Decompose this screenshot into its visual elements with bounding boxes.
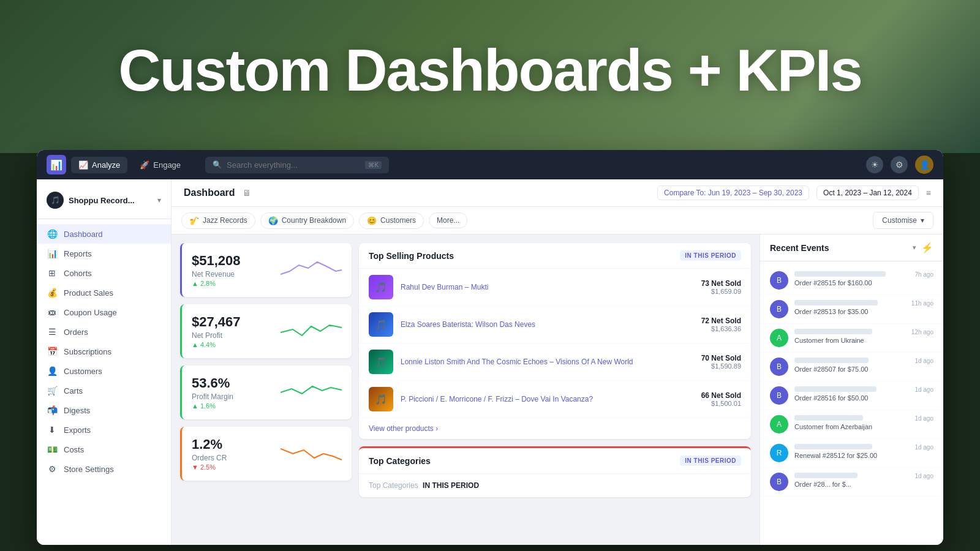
tab-country-breakdown[interactable]: 🌍 Country Breakdown [260,212,354,229]
search-bar[interactable]: 🔍 ⌘K [205,157,389,173]
product-thumb-2: 🎵 [369,312,393,337]
event-avatar: B [770,300,788,318]
kpi-card-revenue: $51,208 Net Revenue ▲ 2.8% [180,243,352,297]
sidebar-label-orders: Orders [64,328,88,337]
tab-bar: 🎷 Jazz Records 🌍 Country Breakdown 😊 Cus… [172,207,943,234]
event-item: B Order #28... for $... 1d ago [760,468,943,497]
product-stats-4: 66 Net Sold $1,500.01 [701,391,741,407]
event-content: Order #28... for $... [794,473,908,488]
product-thumb-3: 🎵 [369,350,393,374]
dashboard-header: Dashboard 🖥 Compare To: Jun 19, 2023 – S… [172,179,943,207]
product-stats-2: 72 Net Sold $1,636.36 [701,317,741,332]
product-row[interactable]: 🎵 Elza Soares Baterista: Wilson Das Neve… [359,306,751,343]
categories-panel-header: Top Categories IN THIS PERIOD [359,448,751,474]
sidebar-label-reports: Reports [64,249,92,258]
kpi-orders-cr-change: ▼ 2.5% [192,463,227,471]
nav-tab-engage[interactable]: 🚀 Engage [132,157,188,173]
event-desc: Order #28513 for $35.00 [794,308,905,315]
date-range[interactable]: Oct 1, 2023 – Jan 12, 2024 [816,186,919,200]
sidebar: 🎵 Shoppu Record... ▾ 🌐 Dashboard 📊 Repor… [37,179,172,545]
sidebar-item-costs[interactable]: 💵 Costs [37,440,171,459]
tab-jazz-records[interactable]: 🎷 Jazz Records [181,212,255,229]
event-avatar: B [770,271,788,290]
event-item: B Order #28507 for $75.00 1d ago [760,353,943,381]
compare-badge: Compare To: Jun 19, 2023 – Sep 30, 2023 [657,186,809,200]
dashboard-title: Dashboard [184,187,235,198]
sidebar-item-store-settings[interactable]: ⚙ Store Settings [37,459,171,479]
sidebar-item-cohorts[interactable]: ⊞ Cohorts [37,263,171,283]
product-name-2: Elza Soares Baterista: Wilson Das Neves [401,320,694,330]
product-row[interactable]: 🎵 Lonnie Liston Smith And The Cosmic Ech… [359,343,751,381]
product-name-4: P. Piccioni / E. Morricone / F. Frizzi –… [401,394,694,405]
sidebar-item-carts[interactable]: 🛒 Carts [37,381,171,400]
main-content: Dashboard 🖥 Compare To: Jun 19, 2023 – S… [172,179,943,545]
sidebar-item-customers[interactable]: 👤 Customers [37,361,171,381]
categories-content: Top Categories IN THIS PERIOD [359,474,751,497]
search-kbd: ⌘K [365,161,382,169]
product-sold-3: 70 Net Sold [701,354,741,362]
orders-icon: ☰ [47,327,58,337]
categories-panel: Top Categories IN THIS PERIOD Top Catego… [359,446,751,497]
event-name-blur [794,415,863,421]
product-sold-4: 66 Net Sold [701,391,741,400]
product-sold-1: 73 Net Sold [701,279,741,288]
product-row[interactable]: 🎵 P. Piccioni / E. Morricone / F. Frizzi… [359,381,751,418]
sidebar-item-product-sales[interactable]: 💰 Product Sales [37,283,171,302]
workspace-header[interactable]: 🎵 Shoppu Record... ▾ [37,187,171,219]
nav-tab-analyze[interactable]: 📈 Analyze [71,157,127,173]
event-name-blur [794,473,858,478]
top-nav: 📊 📈 Analyze 🚀 Engage 🔍 ⌘K ☀ ⚙ 👤 [37,150,943,179]
categories-period-text: IN THIS PERIOD [423,481,479,490]
product-revenue-1: $1,659.09 [701,288,741,295]
event-desc: Renewal #28512 for $25.00 [794,452,908,459]
customise-label: Customise [882,216,917,225]
tab-jazz-label: Jazz Records [203,216,247,225]
kpi-revenue-chart [281,253,342,280]
sidebar-label-store-settings: Store Settings [64,465,114,474]
kpi-revenue-label: Net Revenue [192,270,241,279]
events-header: Recent Events ▾ ⚡ [760,234,943,261]
product-name-3: Lonnie Liston Smith And The Cosmic Echoe… [401,357,694,367]
event-item: R Renewal #28512 for $25.00 1d ago [760,439,943,468]
event-desc: Customer from Ukraine [794,337,905,344]
sidebar-label-cohorts: Cohorts [64,269,92,278]
tab-customers[interactable]: 😊 Customers [359,212,424,229]
kpi-orders-cr-value: 1.2% [192,437,227,452]
event-content: Order #28513 for $35.00 [794,300,905,315]
view-more-products[interactable]: View other products › [359,418,751,439]
event-time: 7h ago [914,271,933,278]
sidebar-item-exports[interactable]: ⬇ Exports [37,420,171,440]
events-panel: Recent Events ▾ ⚡ B Order #28515 for $16… [760,234,943,545]
more-button[interactable]: More... [429,212,467,228]
sidebar-item-coupon-usage[interactable]: 🎟 Coupon Usage [37,302,171,322]
sidebar-label-product-sales: Product Sales [64,288,113,298]
sun-icon[interactable]: ☀ [866,156,883,173]
categories-period-badge: IN THIS PERIOD [680,455,741,466]
event-time: 12h ago [911,329,933,335]
user-avatar[interactable]: 👤 [915,156,933,174]
product-row[interactable]: 🎵 Rahul Dev Burman – Mukti 73 Net Sold $… [359,269,751,306]
search-input[interactable] [227,160,360,170]
sidebar-item-digests[interactable]: 📬 Digests [37,400,171,420]
nav-right: ☀ ⚙ 👤 [866,156,933,174]
event-item: A Customer from Azerbaijan 1d ago [760,410,943,439]
customise-button[interactable]: Customise ▾ [873,212,933,229]
coupon-icon: 🎟 [47,307,58,317]
sidebar-item-subscriptions[interactable]: 📅 Subscriptions [37,342,171,361]
sidebar-item-orders[interactable]: ☰ Orders [37,322,171,342]
settings-icon[interactable]: ⚙ [891,156,908,173]
products-panel-header: Top Selling Products IN THIS PERIOD [359,243,751,269]
sidebar-item-dashboard[interactable]: 🌐 Dashboard [37,224,171,244]
kpi-margin-value: 53.6% [192,375,233,391]
kpi-margin-change: ▲ 1.6% [192,402,233,410]
hamburger-icon[interactable]: ≡ [926,188,931,198]
events-list: B Order #28515 for $160.00 7h ago B [760,261,943,545]
kpi-revenue-change: ▲ 2.8% [192,280,241,287]
products-period-badge: IN THIS PERIOD [680,250,741,261]
sidebar-label-customers: Customers [64,367,102,376]
content-area: 🎵 Shoppu Record... ▾ 🌐 Dashboard 📊 Repor… [37,179,943,545]
sidebar-item-reports[interactable]: 📊 Reports [37,244,171,263]
event-desc: Order #28... for $... [794,481,908,488]
compare-period: Jun 19, 2023 – Sep 30, 2023 [708,189,802,197]
tab-country-label: Country Breakdown [282,216,346,225]
